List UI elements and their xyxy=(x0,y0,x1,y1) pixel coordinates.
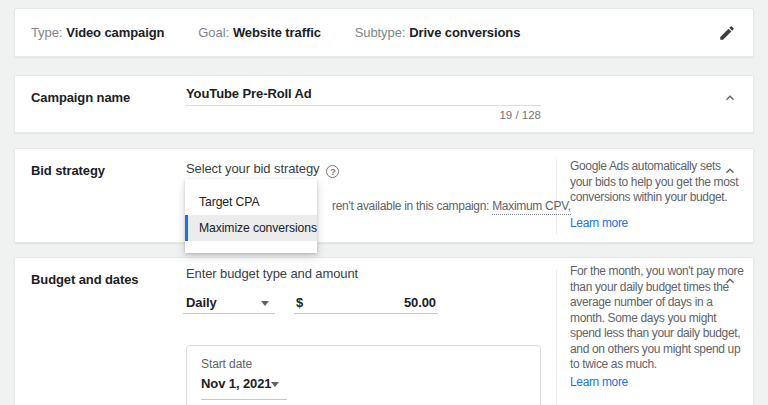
summary-type-value: Video campaign xyxy=(66,25,164,40)
dropdown-option-maximize-conversions[interactable]: Maximize conversions xyxy=(185,215,317,241)
start-date-label: Start date xyxy=(201,357,252,371)
budget-help-text: For the month, you won't pay more than y… xyxy=(570,264,744,373)
chevron-up-icon xyxy=(722,90,738,106)
campaign-name-collapse-button[interactable] xyxy=(719,87,741,109)
clipped-note-text: ren't available in this campaign: xyxy=(332,199,489,213)
bid-help-text: Google Ads automatically sets your bids … xyxy=(570,159,738,206)
summary-goal-label: Goal: xyxy=(198,25,229,40)
chevron-up-icon xyxy=(722,273,738,289)
budget-type-select[interactable]: Daily xyxy=(186,295,217,310)
budget-amount-underline xyxy=(294,313,438,314)
budget-and-dates-section: Budget and dates Enter budget type and a… xyxy=(14,257,754,405)
summary-items: Type:Video campaign Goal:Website traffic… xyxy=(31,9,520,56)
bid-strategy-clipped-note: ren't available in this campaign:Maximum… xyxy=(332,199,571,213)
budget-section-label: Budget and dates xyxy=(31,272,138,287)
budget-help-panel: For the month, you won't pay more than y… xyxy=(570,264,744,390)
budget-collapse-button[interactable] xyxy=(719,270,741,292)
edit-campaign-button[interactable] xyxy=(715,21,739,45)
triangle-down-caret-icon[interactable] xyxy=(261,301,269,306)
start-date-underline xyxy=(201,399,287,400)
campaign-name-section: Campaign name YouTube Pre-Roll Ad 19 / 1… xyxy=(14,75,754,133)
chevron-up-icon xyxy=(722,163,738,179)
summary-subtype-label: Subtype: xyxy=(355,25,406,40)
summary-type-label: Type: xyxy=(31,25,62,40)
summary-subtype-value: Drive conversions xyxy=(409,25,520,40)
bid-strategy-field-label: Select your bid strategy? xyxy=(186,161,339,178)
bid-strategy-section: Bid strategy Select your bid strategy? r… xyxy=(14,148,754,243)
budget-help-divider xyxy=(556,270,557,405)
bid-help-divider xyxy=(556,159,557,234)
budget-field-label: Enter budget type and amount xyxy=(186,266,358,281)
bid-strategy-collapse-button[interactable] xyxy=(719,160,741,182)
summary-goal: Goal:Website traffic xyxy=(198,25,320,40)
bid-help-panel: Google Ads automatically sets your bids … xyxy=(570,159,738,231)
question-mark-circle-icon[interactable]: ? xyxy=(326,165,339,178)
bid-learn-more-link[interactable]: Learn more xyxy=(570,216,628,232)
start-date-select[interactable]: Nov 1, 2021 xyxy=(201,376,271,391)
campaign-name-char-counter: 19 / 128 xyxy=(186,109,541,121)
summary-goal-value: Website traffic xyxy=(233,25,321,40)
budget-amount-input[interactable]: 50.00 xyxy=(296,295,436,310)
bid-strategy-field-label-text: Select your bid strategy xyxy=(186,161,319,176)
bid-strategy-section-label: Bid strategy xyxy=(31,163,105,178)
campaign-name-input-underline xyxy=(186,105,541,106)
budget-learn-more-link[interactable]: Learn more xyxy=(570,375,628,391)
summary-type: Type:Video campaign xyxy=(31,25,164,40)
campaign-name-section-label: Campaign name xyxy=(31,90,130,105)
start-date-box: Start date Nov 1, 2021 xyxy=(186,345,541,405)
pencil-icon xyxy=(718,24,736,42)
campaign-name-input[interactable]: YouTube Pre-Roll Ad xyxy=(186,86,312,101)
summary-subtype: Subtype:Drive conversions xyxy=(355,25,521,40)
campaign-summary-bar: Type:Video campaign Goal:Website traffic… xyxy=(14,8,754,57)
triangle-down-caret-icon[interactable] xyxy=(271,382,279,387)
budget-type-underline xyxy=(183,313,275,314)
dropdown-option-target-cpa[interactable]: Target CPA xyxy=(185,189,317,215)
bid-strategy-dropdown-menu: Target CPA Maximize conversions xyxy=(185,179,317,253)
clipped-note-term-link[interactable]: Maximum CPV, xyxy=(492,199,571,215)
